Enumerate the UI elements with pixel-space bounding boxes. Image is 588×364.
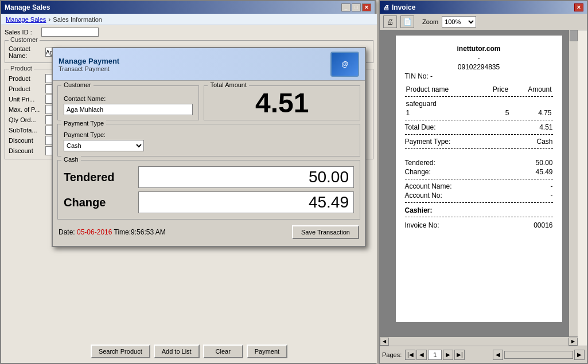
total-amount-legend: Total Amount — [208, 81, 249, 88]
contact-name-label: Contact Name: — [64, 95, 193, 102]
close-button[interactable]: ✕ — [362, 3, 371, 11]
amount-header: Amount — [509, 85, 552, 94]
price-header: Price — [480, 85, 509, 94]
first-page-button[interactable]: |◀ — [405, 350, 415, 360]
invoice-table: Product name Price Amount — [405, 85, 553, 94]
payment-form-subtitle: Transact Payment — [59, 65, 119, 72]
date-label: Date: — [59, 228, 77, 236]
divider4 — [405, 148, 553, 149]
pages-label: Pages: — [382, 351, 402, 358]
breadcrumb-separator: › — [48, 15, 50, 24]
horiz-scroll-right-bottom[interactable]: ▶ — [574, 350, 585, 360]
account-no-value: - — [551, 191, 553, 199]
product-label2: Product — [9, 85, 43, 92]
manage-sales-title-bar: Manage Sales _ □ ✕ — [1, 1, 375, 14]
item-price — [494, 99, 511, 108]
pagination-bar: Pages: |◀ ◀ 1 ▶ ▶| ◀ ▶ — [380, 346, 587, 363]
minimize-button[interactable]: _ — [341, 3, 351, 11]
page-number-input[interactable]: 1 — [428, 350, 442, 360]
payment-top-row: Customer Contact Name: Total Amount 4.51 — [57, 85, 360, 120]
payment-type-legend: Payment Type — [61, 120, 106, 127]
save-transaction-button[interactable]: Save Transaction — [292, 225, 359, 239]
clear-button[interactable]: Clear — [203, 345, 243, 358]
breadcrumb-link[interactable]: Manage Sales — [6, 16, 46, 23]
item-amount-val: 4.75 — [511, 108, 553, 118]
horizontal-scrollbar[interactable]: ◀ ▶ — [380, 336, 578, 346]
payment-type-fieldset: Payment Type Payment Type: Cash Credit C… — [57, 124, 360, 156]
date-value: 05-06-2016 — [77, 228, 112, 236]
vertical-scrollbar[interactable] — [568, 30, 578, 346]
divider6 — [405, 202, 553, 203]
company-phone: 09102294835 — [405, 63, 553, 71]
change-label: Change — [64, 196, 138, 209]
qty-ord-label: Qty Ord... — [9, 116, 43, 123]
scroll-left-button[interactable]: ◀ — [380, 338, 389, 346]
last-page-button[interactable]: ▶| — [454, 350, 465, 360]
invoice-items-table: safeguard 1 5 4.75 — [405, 99, 553, 118]
sales-id-input[interactable] — [41, 28, 99, 37]
invoice-title-left: 🖨 Invoice — [383, 3, 415, 11]
product-legend: Product — [9, 65, 34, 72]
tendered-row: Tendered — [64, 166, 354, 188]
horiz-scroll-left-bottom[interactable]: ◀ — [493, 350, 503, 360]
tendered-inv-label: Tendered: — [405, 159, 435, 167]
subtotal-label: SubTota... — [9, 127, 43, 134]
invoice-toolbar: 🖨 📄 Zoom 100% 75% 50% — [380, 14, 587, 30]
payment-icon: @ — [330, 52, 359, 77]
bottom-button-bar: Search Product Add to List Clear Payment — [1, 345, 377, 358]
invoice-no-row: Invoice No: 00016 — [405, 221, 553, 230]
account-no-label: Account No: — [405, 191, 442, 199]
search-product-button[interactable]: Search Product — [91, 345, 150, 358]
manage-sales-window: Manage Sales _ □ ✕ Manage Sales › Sales … — [0, 0, 376, 364]
time-value: 9:56:53 AM — [131, 228, 166, 236]
invoice-title: Invoice — [392, 3, 415, 11]
change-input[interactable] — [138, 191, 354, 213]
account-name-label: Account Name: — [405, 182, 452, 190]
next-page-button[interactable]: ▶ — [443, 350, 453, 360]
scrollbar-thumb — [570, 30, 578, 41]
total-amount-value: 4.51 — [255, 87, 309, 119]
divider7 — [405, 217, 553, 217]
add-to-list-button[interactable]: Add to List — [154, 345, 200, 358]
company-name: inettutor.com — [405, 45, 553, 53]
item-price-val: 5 — [494, 108, 511, 118]
change-row: Change — [64, 191, 354, 213]
payment-type-inv-label: Payment Type: — [405, 138, 451, 146]
payment-type-row: Payment Type: Cash — [405, 137, 553, 146]
tin-label: TIN No: — [405, 72, 429, 80]
invoice-item-row-1: safeguard — [405, 99, 553, 108]
zoom-select[interactable]: 100% 75% 50% — [442, 16, 476, 28]
invoice-item-qty-row: 1 5 4.75 — [405, 108, 553, 118]
title-bar-buttons: _ □ ✕ — [341, 3, 371, 11]
item-qty: 1 — [405, 108, 494, 118]
item-name: safeguard — [405, 99, 494, 108]
time-label: Time: — [112, 228, 131, 236]
payment-type-select[interactable]: Cash Credit Check — [64, 140, 144, 151]
prev-page-button[interactable]: ◀ — [416, 350, 427, 360]
payment-footer: Date: 05-06-2016 Time:9:56:53 AM Save Tr… — [57, 223, 360, 241]
discount-label2: Discount — [9, 147, 43, 154]
company-dash: - — [405, 54, 553, 62]
invoice-close-button[interactable]: ✕ — [574, 3, 583, 11]
payment-button[interactable]: Payment — [247, 345, 287, 358]
print-icon-button[interactable]: 🖨 — [383, 15, 397, 28]
scroll-right-button[interactable]: ▶ — [568, 338, 578, 346]
payment-form-header: Manage Payment Transact Payment @ — [53, 48, 365, 81]
invoice-page: inettutor.com - 09102294835 TIN No: - Pr… — [396, 36, 562, 322]
cashier-label: Cashier: — [405, 206, 553, 214]
customer-fieldset: Customer Contact Name: — [57, 85, 199, 120]
datetime-text: Date: 05-06-2016 Time:9:56:53 AM — [59, 228, 166, 236]
breadcrumb-bar: Manage Sales › Sales Information — [1, 14, 377, 25]
invoice-content-area: inettutor.com - 09102294835 TIN No: - Pr… — [380, 30, 578, 346]
sales-id-label: Sales ID : — [5, 29, 39, 36]
account-no-row: Account No: - — [405, 191, 553, 200]
customer-legend: Customer — [9, 36, 40, 43]
payment-header-text: Manage Payment Transact Payment — [59, 57, 119, 72]
tendered-input[interactable] — [138, 166, 354, 188]
preview-icon-button[interactable]: 📄 — [400, 15, 414, 28]
tendered-inv-row: Tendered: 50.00 — [405, 158, 553, 167]
contact-name-input[interactable] — [64, 104, 193, 115]
maximize-button[interactable]: □ — [352, 3, 361, 11]
unit-price-label: Unit Pri... — [9, 96, 43, 103]
tin-value: - — [430, 72, 433, 80]
